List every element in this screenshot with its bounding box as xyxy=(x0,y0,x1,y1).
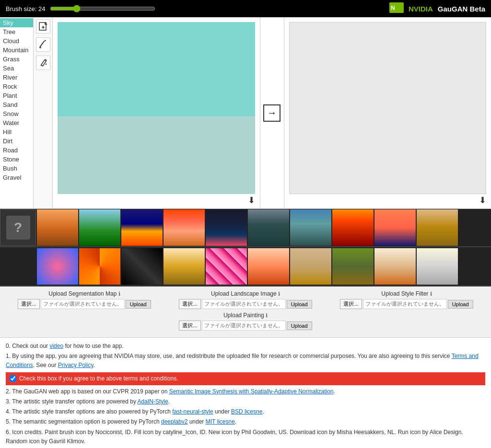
tos-checkbox[interactable] xyxy=(10,375,16,382)
new-canvas-button[interactable] xyxy=(36,19,50,34)
video-link[interactable]: video xyxy=(49,343,63,349)
sidebar-item-stone[interactable]: Stone xyxy=(0,155,33,164)
deeplabv2-link[interactable]: deeplabv2 xyxy=(161,418,187,425)
sidebar-item-gravel[interactable]: Gravel xyxy=(0,173,33,182)
sidebar-item-mountain[interactable]: Mountain xyxy=(0,46,33,55)
upload-landscape-controls: 選択... ファイルが選択されていません。 Upload xyxy=(179,299,312,309)
tools-panel xyxy=(34,17,53,208)
adain-link[interactable]: AdaIN-Style xyxy=(138,398,168,405)
draw-canvas[interactable]: ⬇ xyxy=(53,17,260,208)
sidebar-item-water[interactable]: Water xyxy=(0,118,33,127)
style-thumb-10[interactable] xyxy=(417,248,458,285)
style-thumb-7[interactable] xyxy=(290,248,331,285)
header: Brush size: 24 N NVIDIA GauGAN Beta xyxy=(0,0,491,17)
generate-button[interactable]: → xyxy=(263,104,281,122)
footer: 0. Check out our video for how to use th… xyxy=(0,338,491,448)
landscape-upload-button[interactable]: Upload xyxy=(287,300,312,309)
draw-canvas-inner[interactable] xyxy=(58,22,255,194)
sidebar-item-bush[interactable]: Bush xyxy=(0,164,33,173)
mit-link[interactable]: MIT licesne xyxy=(206,418,235,425)
tos-label[interactable]: Check this box if you agree to the above… xyxy=(19,374,178,383)
style-select-button[interactable]: 選択... xyxy=(340,299,362,309)
upload-segmentation-label: Upload Segmentation Map ℹ xyxy=(48,290,120,297)
segmentation-upload-button[interactable]: Upload xyxy=(126,300,151,309)
style-thumb-5[interactable] xyxy=(206,248,247,285)
style-info-icon: ℹ xyxy=(430,291,432,297)
fast-neural-style-link[interactable]: fast-neural-style xyxy=(172,408,213,415)
landscape-info-icon: ℹ xyxy=(278,291,280,297)
landscape-placeholder: ファイルが選択されていません。 xyxy=(202,299,286,309)
landscape-thumb-9[interactable] xyxy=(374,209,416,246)
footer-line-2: 2. The GauGAN web app is based on our CV… xyxy=(6,387,485,396)
sidebar-item-road[interactable]: Road xyxy=(0,146,33,155)
brush-tool-button[interactable] xyxy=(36,37,50,52)
landscape-thumb-5[interactable] xyxy=(206,209,247,246)
style-thumb-2[interactable] xyxy=(79,248,120,285)
style-thumb-8[interactable] xyxy=(332,248,374,285)
sidebar-item-sand[interactable]: Sand xyxy=(0,100,33,109)
landscape-thumb-4[interactable] xyxy=(164,209,205,246)
sidebar-item-rock[interactable]: Rock xyxy=(0,82,33,91)
upload-row-top: Upload Segmentation Map ℹ 選択... ファイルが選択さ… xyxy=(5,290,486,309)
landscape-thumb-3[interactable] xyxy=(121,209,163,246)
segmentation-select-button[interactable]: 選択... xyxy=(18,299,39,309)
footer-line-6: 6. Icon credits. Paint brush icon by Noc… xyxy=(6,428,485,446)
upload-painting-label: Upload Painting ℹ xyxy=(223,312,268,319)
landscape-thumb-7[interactable] xyxy=(290,209,331,246)
random-icon: ? xyxy=(6,216,30,240)
download-output-icon[interactable]: ⬇ xyxy=(479,195,486,206)
sidebar-item-grass[interactable]: Grass xyxy=(0,55,33,64)
sidebar-item-river[interactable]: River xyxy=(0,73,33,82)
header-right: N NVIDIA GauGAN Beta xyxy=(389,2,485,15)
landscape-thumb-10[interactable] xyxy=(417,209,458,246)
output-canvas-inner xyxy=(289,22,487,194)
canvas-water-layer xyxy=(58,116,255,194)
segmentation-info-icon: ℹ xyxy=(118,291,120,297)
privacy-link[interactable]: Privacy Policy xyxy=(58,362,94,368)
sidebar-item-cloud[interactable]: Cloud xyxy=(0,36,33,46)
cvpr-link[interactable]: Semantic Image Synthesis with Spatially-… xyxy=(169,388,334,395)
style-upload-button[interactable]: Upload xyxy=(448,300,473,309)
landscape-select-button[interactable]: 選択... xyxy=(179,299,200,309)
random-landscape-button[interactable]: ? xyxy=(0,209,36,246)
sidebar-item-hill[interactable]: Hill xyxy=(0,127,33,137)
landscape-gallery-row: ? xyxy=(0,209,491,247)
canvas-sky-layer xyxy=(58,22,255,116)
sidebar-item-snow[interactable]: Snow xyxy=(0,109,33,118)
upload-row-bottom: Upload Painting ℹ 選択... ファイルが選択されていません。 … xyxy=(5,312,486,331)
upload-segmentation-controls: 選択... ファイルが選択されていません。 Upload xyxy=(18,299,151,309)
sidebar-item-sea[interactable]: Sea xyxy=(0,64,33,73)
style-gallery-row xyxy=(0,247,491,286)
svg-line-10 xyxy=(44,40,46,41)
footer-line-0: 0. Check out our video for how to use th… xyxy=(6,342,485,351)
sidebar: Sky Tree Cloud Mountain Grass Sea River … xyxy=(0,17,34,208)
sidebar-item-sky[interactable]: Sky xyxy=(0,18,33,27)
bsd-link[interactable]: BSD licesne xyxy=(231,408,262,415)
style-thumb-6[interactable] xyxy=(248,248,289,285)
svg-line-8 xyxy=(40,41,44,46)
gallery-section: ? xyxy=(0,209,491,287)
painting-select-button[interactable]: 選択... xyxy=(179,321,200,331)
style-thumb-3[interactable] xyxy=(121,248,163,285)
style-thumb-1[interactable] xyxy=(37,248,78,285)
landscape-thumb-1[interactable] xyxy=(37,209,78,246)
fill-tool-button[interactable] xyxy=(36,56,50,70)
style-thumb-4[interactable] xyxy=(164,248,205,285)
brush-size-slider[interactable] xyxy=(50,5,155,12)
svg-point-9 xyxy=(39,46,41,48)
upload-segmentation-group: Upload Segmentation Map ℹ 選択... ファイルが選択さ… xyxy=(5,290,164,309)
download-draw-icon[interactable]: ⬇ xyxy=(248,195,255,206)
sidebar-item-dirt[interactable]: Dirt xyxy=(0,137,33,146)
painting-upload-button[interactable]: Upload xyxy=(287,322,312,330)
upload-style-label: Upload Style Filter ℹ xyxy=(381,290,432,297)
landscape-thumb-6[interactable] xyxy=(248,209,289,246)
brush-size-label: Brush size: 24 xyxy=(6,5,45,12)
upload-painting-controls: 選択... ファイルが選択されていません。 Upload xyxy=(179,321,312,331)
landscape-thumb-2[interactable] xyxy=(79,209,120,246)
upload-style-group: Upload Style Filter ℹ 選択... ファイルが選択されていま… xyxy=(327,290,486,309)
style-thumb-9[interactable] xyxy=(374,248,416,285)
footer-line-4: 4. The artistic style transfer options a… xyxy=(6,407,485,416)
sidebar-item-plant[interactable]: Plant xyxy=(0,91,33,100)
sidebar-item-tree[interactable]: Tree xyxy=(0,27,33,36)
landscape-thumb-8[interactable] xyxy=(332,209,374,246)
